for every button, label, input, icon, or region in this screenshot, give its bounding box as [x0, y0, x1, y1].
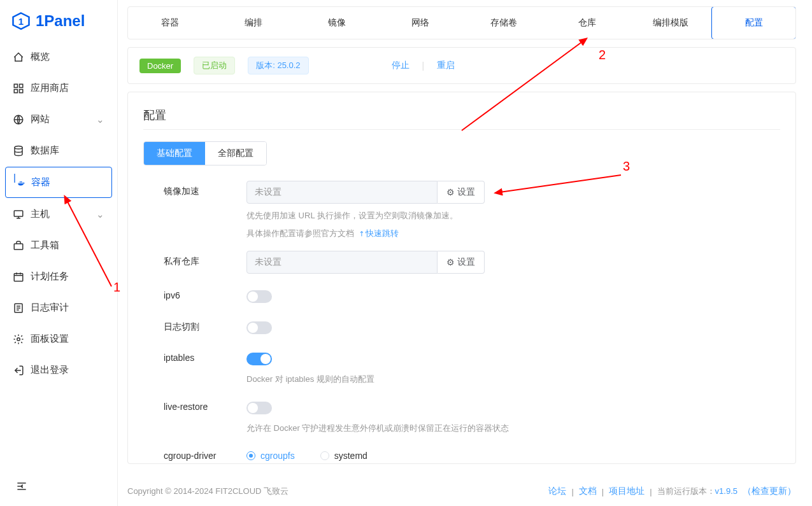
svg-rect-3 [20, 84, 23, 87]
tab-config[interactable]: 配置 [711, 6, 796, 39]
sidebar-item-toolbox[interactable]: 工具箱 [5, 230, 112, 260]
sidebar-label: 计划任务 [31, 271, 69, 283]
sidebar-label: 网站 [31, 113, 50, 125]
footer-docs[interactable]: 文档 [579, 486, 597, 497]
tab-repo[interactable]: 仓库 [545, 7, 629, 39]
sidebar-item-logaudit[interactable]: 日志审计 [5, 293, 112, 323]
sidebar-item-container[interactable]: | 容器 [5, 167, 112, 198]
svg-rect-8 [14, 211, 23, 216]
tab-container[interactable]: 容器 [128, 7, 211, 39]
repo-input[interactable]: 未设置 [246, 251, 438, 274]
sidebar-label: 概览 [31, 51, 50, 63]
gear-icon: ⚙ [446, 257, 455, 267]
svg-rect-4 [14, 89, 17, 92]
iptables-help: Docker 对 iptables 规则的自动配置 [246, 374, 629, 385]
iptables-switch[interactable] [246, 353, 272, 365]
chevron-down-icon: ⌄ [96, 114, 104, 125]
sidebar-collapse-button[interactable] [15, 480, 28, 495]
tab-network[interactable]: 网络 [378, 7, 462, 39]
sidebar-label: 数据库 [31, 144, 59, 157]
restart-link[interactable]: 重启 [437, 60, 455, 71]
svg-rect-2 [14, 84, 17, 87]
sidebar-label: 面板设置 [31, 333, 69, 345]
version-badge: 版本: 25.0.2 [248, 57, 308, 74]
ipv6-label: ipv6 [164, 285, 246, 300]
footer-project[interactable]: 项目地址 [609, 486, 645, 497]
radio-icon [246, 451, 255, 460]
mirror-quicklink[interactable]: ↗快速跳转 [359, 228, 399, 238]
chevron-down-icon: ⌄ [96, 209, 104, 220]
subtab-basic[interactable]: 基础配置 [144, 142, 205, 165]
sidebar-item-host[interactable]: 主机 ⌄ [5, 199, 112, 229]
status-bar: Docker 已启动 版本: 25.0.2 停止 | 重启 [127, 47, 796, 84]
sidebar-item-crontab[interactable]: 计划任务 [5, 262, 112, 292]
ipv6-switch[interactable] [246, 290, 272, 303]
tab-image[interactable]: 镜像 [295, 7, 378, 39]
toolbox-icon [13, 240, 24, 251]
globe-icon [13, 114, 24, 125]
sidebar-label: 退出登录 [31, 364, 69, 376]
logo: 1 1Panel [0, 0, 117, 42]
logcut-label: 日志切割 [164, 316, 246, 333]
mirror-help1: 优先使用加速 URL 执行操作，设置为空则取消镜像加速。 [246, 210, 629, 221]
subtab-all[interactable]: 全部配置 [205, 142, 266, 165]
calendar-icon [13, 271, 24, 283]
logout-icon [13, 365, 24, 376]
tab-compose[interactable]: 编排 [211, 7, 295, 39]
mirror-set-button[interactable]: ⚙ 设置 [438, 181, 485, 204]
svg-rect-10 [14, 273, 23, 281]
logo-text: 1Panel [36, 12, 85, 30]
docker-badge: Docker [139, 59, 181, 73]
top-tabs: 容器 编排 镜像 网络 存储卷 仓库 编排模版 配置 [127, 6, 796, 39]
footer: Copyright © 2014-2024 FIT2CLOUD 飞致云 论坛 |… [127, 477, 796, 506]
liverestore-switch[interactable] [246, 402, 272, 414]
mirror-input[interactable]: 未设置 [246, 181, 438, 204]
sidebar-item-website[interactable]: 网站 ⌄ [5, 104, 112, 134]
radio-cgroupfs[interactable]: cgroupfs [246, 451, 295, 461]
config-title: 配置 [143, 108, 780, 123]
liverestore-label: live-restore [164, 397, 246, 412]
repo-set-button[interactable]: ⚙ 设置 [438, 251, 485, 274]
host-icon [13, 209, 24, 220]
tab-volume[interactable]: 存储卷 [462, 7, 545, 39]
sidebar-item-overview[interactable]: 概览 [5, 42, 112, 72]
sidebar-label: 工具箱 [31, 239, 59, 251]
docker-icon: | [13, 177, 25, 188]
sidebar-item-appstore[interactable]: 应用商店 [5, 73, 112, 103]
svg-rect-5 [20, 89, 23, 92]
sidebar-label: 日志审计 [31, 302, 69, 314]
logcut-switch[interactable] [246, 321, 272, 334]
radio-icon [320, 451, 329, 460]
footer-checkupdate[interactable]: （检查更新） [743, 486, 796, 497]
database-icon [13, 145, 24, 157]
copyright: Copyright © 2014-2024 FIT2CLOUD 飞致云 [127, 486, 288, 497]
cgroup-label: cgroup-driver [164, 446, 246, 461]
mirror-help2: 具体操作配置请参照官方文档 [246, 228, 354, 238]
sidebar-item-database[interactable]: 数据库 [5, 136, 112, 165]
home-icon [13, 52, 24, 63]
svg-point-7 [15, 146, 22, 149]
sidebar-label: 主机 [31, 208, 50, 220]
mirror-label: 镜像加速 [164, 181, 246, 197]
gear-icon [13, 334, 24, 345]
gear-icon: ⚙ [446, 187, 455, 197]
running-badge: 已启动 [194, 57, 235, 74]
svg-rect-9 [14, 244, 23, 249]
liverestore-help: 允许在 Docker 守护进程发生意外停机或崩溃时保留正在运行的容器状态 [246, 423, 629, 434]
radio-systemd[interactable]: systemd [320, 451, 367, 461]
stop-link[interactable]: 停止 [392, 60, 410, 71]
apps-icon [13, 83, 24, 94]
svg-text:1: 1 [18, 16, 24, 27]
tab-template[interactable]: 编排模版 [629, 7, 712, 39]
sidebar-label: 容器 [31, 176, 50, 188]
logo-icon: 1 [11, 11, 31, 31]
svg-point-12 [17, 337, 20, 341]
repo-label: 私有仓库 [164, 251, 246, 267]
sidebar-label: 应用商店 [31, 82, 69, 94]
sidebar-item-logout[interactable]: 退出登录 [5, 355, 112, 385]
footer-forum[interactable]: 论坛 [548, 486, 566, 497]
footer-version: 当前运行版本：v1.9.5 [657, 486, 737, 497]
log-icon [13, 302, 24, 314]
sidebar-item-settings[interactable]: 面板设置 [5, 324, 112, 354]
iptables-label: iptables [164, 348, 246, 363]
